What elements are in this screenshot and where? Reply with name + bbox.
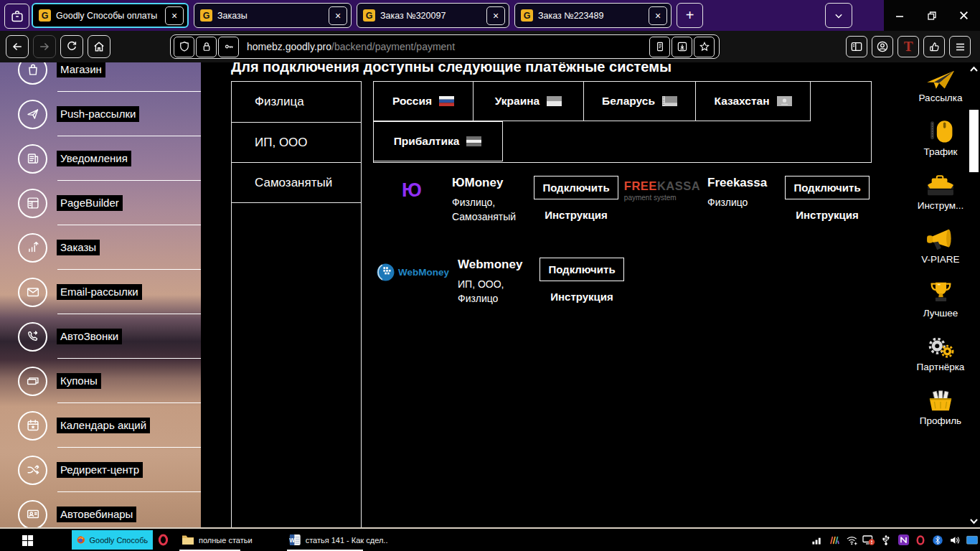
webmoney-wordmark: WebMoney <box>398 267 449 278</box>
sidebar-item-3[interactable]: Уведомления <box>0 136 201 181</box>
minimize-button[interactable] <box>884 0 916 31</box>
instruction-link[interactable]: Инструкция <box>540 291 624 303</box>
lock-icon[interactable] <box>196 37 217 57</box>
country-tab-украина[interactable]: Украина <box>473 81 584 121</box>
signal-icon[interactable] <box>811 534 824 547</box>
wifi-icon[interactable] <box>845 534 858 547</box>
taskbar-item-opera[interactable] <box>152 530 174 550</box>
tab-close-icon[interactable]: × <box>649 6 667 25</box>
right-menu-item-4[interactable]: V-PIARE <box>909 212 972 265</box>
country-tabs-row-1: РоссияУкраинаБеларусьКазахстан <box>374 82 871 122</box>
entity-tab[interactable]: Самозанятый <box>232 163 361 203</box>
display-icon[interactable] <box>966 534 979 547</box>
tab-title: Заказы <box>217 11 324 21</box>
sidebar-item-5[interactable]: Заказы <box>0 225 201 270</box>
usb-icon[interactable] <box>880 534 892 547</box>
right-menu-label: V-PIARE <box>921 255 959 265</box>
right-menu-item-1[interactable]: Рассылка <box>909 62 972 104</box>
new-tab-button[interactable]: + <box>677 3 703 28</box>
taskbar-item-word[interactable]: W статья 141 - Как сдел... <box>284 530 393 550</box>
url-domain: homebz.goodly.pro <box>247 41 331 52</box>
screen: GGoodly Способы оплаты - упр×GЗаказы×GЗа… <box>0 0 980 551</box>
save-page-icon[interactable] <box>672 37 692 57</box>
sidebar-panel-button[interactable] <box>846 36 867 57</box>
sidebar-item-9[interactable]: Календарь акций <box>0 403 201 448</box>
sidebar-item-6[interactable]: Email-рассылки <box>0 270 201 314</box>
coupon-icon <box>18 367 47 396</box>
provider-card-freekassa: FREEKASSA payment system Freekassa Физли… <box>623 170 870 221</box>
tab-close-icon[interactable]: × <box>486 6 505 25</box>
country-tab-прибалтика[interactable]: Прибалтика <box>373 121 503 161</box>
flag-by <box>662 96 677 106</box>
restore-button[interactable] <box>916 0 948 31</box>
right-menu-item-5[interactable]: Лучшее <box>909 265 972 319</box>
right-menu-label: Профиль <box>920 416 961 427</box>
browser-tab[interactable]: GGoodly Способы оплаты - упр× <box>32 3 189 28</box>
entity-tab[interactable]: ИП, ООО <box>232 123 361 163</box>
provider-card-webmoney: WebMoney Webmoney ИП, ООО, Физлицо Подкл… <box>373 252 624 306</box>
home-button[interactable] <box>88 35 110 58</box>
webmoney-logo: WebMoney <box>373 252 452 292</box>
country-tab-казахстан[interactable]: Казахстан <box>695 81 811 121</box>
bookmark-star-icon[interactable] <box>694 37 715 57</box>
screen-alert-icon[interactable] <box>862 534 875 547</box>
shield-icon[interactable] <box>174 37 194 57</box>
opera-icon[interactable] <box>914 534 927 547</box>
reader-mode-icon[interactable] <box>649 37 670 57</box>
connect-button[interactable]: Подключить <box>534 176 618 199</box>
sidebar-item-11[interactable]: Автовебинары <box>0 492 201 527</box>
url-text[interactable]: homebz.goodly.pro/backend/payment/paymen… <box>247 41 649 52</box>
country-tab-беларусь[interactable]: Беларусь <box>583 81 697 121</box>
menu-button[interactable] <box>949 36 971 57</box>
connect-button[interactable]: Подключить <box>540 258 624 281</box>
close-window-button[interactable] <box>948 0 980 31</box>
right-menu-label: Лучшее <box>923 309 958 319</box>
forward-button[interactable] <box>33 35 56 58</box>
nicehash-icon[interactable] <box>897 534 910 547</box>
sidebar-item-4[interactable]: PageBuilder <box>0 181 201 225</box>
flag-baltic <box>466 136 481 146</box>
taskbar-item-firefox[interactable]: Goodly Способы опла... <box>72 530 153 550</box>
sidebar-item-1[interactable]: Магазин <box>0 62 201 92</box>
instruction-link[interactable]: Инструкция <box>534 209 618 221</box>
sidebar-item-8[interactable]: Купоны <box>0 359 201 403</box>
sidebar-item-7[interactable]: АвтоЗвонки <box>0 314 201 359</box>
browser-tab[interactable]: GЗаказ №320097× <box>357 3 509 28</box>
permissions-icon[interactable] <box>218 37 239 57</box>
bluetooth-icon[interactable] <box>931 534 944 547</box>
right-menu-item-2[interactable]: Трафик <box>909 104 972 158</box>
scrollbar-thumb[interactable] <box>969 110 979 172</box>
word-icon: W <box>289 534 301 546</box>
firefox-view-button[interactable] <box>4 4 29 29</box>
extension-t-button[interactable]: T <box>897 36 919 57</box>
url-bar[interactable]: homebz.goodly.pro/backend/payment/paymen… <box>170 34 720 59</box>
entity-tab[interactable]: Физлица <box>232 81 361 123</box>
page-viewport: МагазинPush-рассылкиУведомленияPageBuild… <box>0 62 980 527</box>
list-all-tabs-button[interactable] <box>825 3 852 28</box>
sidebar-item-2[interactable]: Push-рассылки <box>0 92 201 136</box>
start-button[interactable] <box>13 533 42 547</box>
browser-tab[interactable]: GЗаказ №223489× <box>514 3 672 28</box>
volume-icon[interactable] <box>948 534 961 547</box>
right-icon-menu: РассылкаТрафикИнструм...V-PIAREЛучшееПар… <box>909 62 972 427</box>
taskbar-item-folder[interactable]: полные статьи <box>176 530 264 550</box>
reload-button[interactable] <box>60 35 83 58</box>
right-menu-item-6[interactable]: Партнёрка <box>909 319 972 373</box>
tab-close-icon[interactable]: × <box>329 6 347 25</box>
instruction-link[interactable]: Инструкция <box>785 209 870 221</box>
goodly-favicon-icon: G <box>200 9 212 22</box>
connect-button[interactable]: Подключить <box>785 176 870 199</box>
scroll-down-arrow[interactable] <box>968 516 980 527</box>
scroll-up-arrow[interactable] <box>968 63 980 74</box>
account-button[interactable] <box>872 36 893 57</box>
sidebar-item-10[interactable]: Редирект-центр <box>0 448 201 492</box>
right-menu-item-7[interactable]: Профиль <box>909 373 972 427</box>
tab-close-icon[interactable]: × <box>165 6 184 25</box>
y-gears-icon <box>925 330 956 360</box>
right-menu-item-3[interactable]: Инструм... <box>909 158 972 212</box>
pen-strokes-icon[interactable] <box>828 534 841 547</box>
back-button[interactable] <box>6 35 29 58</box>
extension-thumb-button[interactable] <box>923 36 945 57</box>
browser-tab[interactable]: GЗаказы× <box>194 3 352 28</box>
country-tab-россия[interactable]: Россия <box>373 81 474 121</box>
